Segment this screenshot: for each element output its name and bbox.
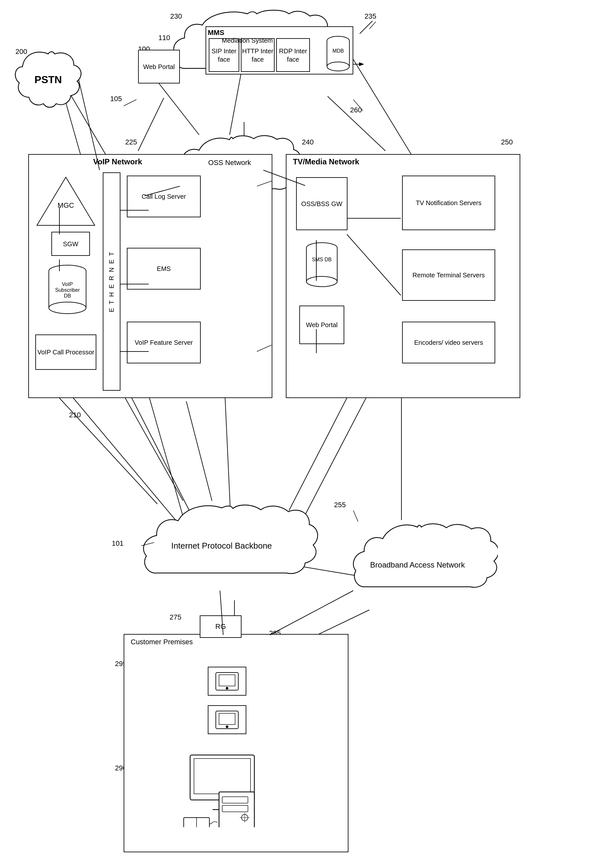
mgc-label: MGC bbox=[58, 201, 74, 210]
svg-line-83 bbox=[369, 22, 376, 29]
ems-box: EMS bbox=[127, 248, 201, 290]
device-2 bbox=[208, 705, 246, 734]
ref-105: 105 bbox=[110, 95, 122, 103]
rg-label: RG bbox=[215, 622, 226, 631]
voip-subscriber-db-cylinder: VoIP Subscriber DB bbox=[47, 264, 88, 315]
svg-line-59 bbox=[159, 83, 199, 135]
ethernet-bar: E T H E R N E T bbox=[103, 172, 120, 391]
svg-rect-52 bbox=[222, 806, 248, 812]
svg-line-66 bbox=[186, 401, 212, 501]
mms-box: MMS SIP Inter face HTTP Inter face RDP I… bbox=[206, 26, 353, 75]
web-portal-oss-box: Web Portal bbox=[299, 305, 344, 344]
mgc-area: MGC bbox=[35, 176, 96, 227]
ethernet-label: E T H E R N E T bbox=[108, 251, 115, 312]
svg-point-28 bbox=[327, 62, 350, 71]
sip-interface-label: SIP Inter face bbox=[209, 47, 239, 64]
svg-rect-51 bbox=[222, 797, 248, 803]
computer-device bbox=[172, 750, 285, 831]
mdb-cylinder: MDB bbox=[325, 35, 351, 72]
mediation-system-label: Mediation System bbox=[222, 37, 273, 44]
sms-db-cylinder: SMS DB bbox=[304, 242, 339, 290]
encoders-video-servers-label: Encoders/ video servers bbox=[414, 338, 483, 347]
svg-rect-44 bbox=[219, 713, 235, 725]
pstn-label: PSTN bbox=[34, 73, 62, 87]
ref-260: 260 bbox=[350, 106, 362, 114]
rdp-interface-label: RDP Inter face bbox=[277, 47, 309, 64]
ref-240: 240 bbox=[302, 138, 314, 146]
encoders-video-servers-box: Encoders/ video servers bbox=[402, 322, 495, 363]
broadband-access-network-label: Broadband Access Network bbox=[370, 559, 465, 570]
rg-box: RG bbox=[200, 616, 242, 638]
oss-network-label: OSS Network bbox=[208, 158, 251, 168]
tv-notification-servers-label: TV Notification Servers bbox=[416, 199, 482, 207]
web-portal-top-box: Web Portal bbox=[138, 50, 180, 83]
svg-rect-47 bbox=[194, 759, 250, 794]
diagram-container: 200 230 235 110 100 105 225 240 245 260 … bbox=[0, 0, 615, 868]
sgw-box: SGW bbox=[52, 232, 90, 256]
svg-line-68 bbox=[289, 398, 347, 510]
ref-250: 250 bbox=[501, 138, 513, 146]
internet-backbone-label: Internet Protocol Backbone bbox=[171, 540, 272, 552]
svg-point-39 bbox=[306, 276, 337, 287]
voip-feature-server-label: VoIP Feature Server bbox=[135, 338, 193, 347]
svg-line-84 bbox=[123, 100, 136, 106]
mms-label: MMS bbox=[208, 28, 224, 37]
voip-network-container: VoIP Network E T H E R N E T Call Log Se… bbox=[28, 154, 272, 398]
call-log-server-box: Call Log Server bbox=[127, 176, 201, 217]
voip-call-processor-label: VoIP Call Processor bbox=[37, 348, 94, 356]
voip-feature-server-box: VoIP Feature Server bbox=[127, 322, 201, 363]
svg-point-34 bbox=[49, 302, 86, 313]
remote-terminal-servers-label: Remote Terminal Servers bbox=[412, 271, 485, 279]
oss-bss-gw-label: OSS/BSS GW bbox=[301, 199, 342, 208]
ref-255: 255 bbox=[334, 501, 346, 509]
svg-line-60 bbox=[229, 75, 241, 135]
svg-line-65 bbox=[125, 398, 183, 501]
mdb-label: MDB bbox=[332, 48, 344, 54]
sgw-label: SGW bbox=[63, 240, 78, 248]
voip-subscriber-db-label: VoIP Subscriber DB bbox=[52, 282, 83, 299]
voip-network-title: VoIP Network bbox=[93, 157, 142, 166]
svg-line-64 bbox=[360, 21, 373, 34]
tv-media-network-container: TV/Media Network OSS/BSS GW SMS DB Web P… bbox=[286, 154, 520, 398]
tv-notification-servers-box: TV Notification Servers bbox=[402, 176, 495, 230]
web-portal-oss-label: Web Portal bbox=[306, 321, 338, 329]
svg-point-45 bbox=[226, 725, 228, 728]
internet-backbone-cloud: Internet Protocol Backbone bbox=[122, 501, 321, 591]
svg-point-42 bbox=[226, 687, 228, 690]
remote-terminal-servers-box: Remote Terminal Servers bbox=[402, 249, 495, 301]
tv-media-network-title: TV/Media Network bbox=[293, 157, 359, 166]
ref-210: 210 bbox=[69, 411, 81, 419]
oss-bss-gw-box: OSS/BSS GW bbox=[296, 177, 348, 230]
http-interface-label: HTTP Inter face bbox=[242, 47, 274, 64]
rdp-interface-box: RDP Inter face bbox=[276, 38, 310, 72]
ref-235: 235 bbox=[365, 12, 376, 20]
sms-db-label: SMS DB bbox=[308, 257, 336, 263]
svg-line-63 bbox=[353, 59, 411, 154]
customer-premises-container: RG Customer Premises bbox=[123, 634, 348, 852]
voip-call-processor-box: VoIP Call Processor bbox=[35, 335, 96, 370]
ref-275: 275 bbox=[170, 613, 181, 622]
ems-label: EMS bbox=[157, 265, 170, 273]
svg-rect-41 bbox=[219, 675, 235, 686]
customer-premises-label: Customer Premises bbox=[131, 638, 193, 646]
broadband-access-network-cloud: Broadband Access Network bbox=[337, 520, 498, 610]
pstn-cloud: PSTN bbox=[11, 48, 85, 112]
svg-line-5 bbox=[328, 96, 386, 151]
ref-225: 225 bbox=[125, 138, 137, 146]
call-log-server-label: Call Log Server bbox=[142, 192, 186, 201]
web-portal-top-label: Web Portal bbox=[143, 62, 175, 71]
device-1 bbox=[208, 667, 246, 696]
